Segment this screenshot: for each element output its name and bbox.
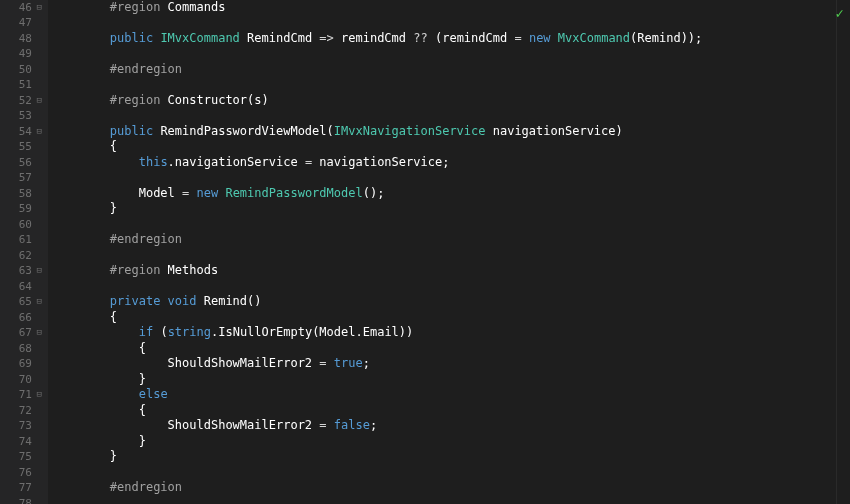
code-line[interactable] [52, 465, 836, 481]
fold-icon[interactable]: ⊟ [34, 296, 42, 308]
line-number-text: 55 [19, 140, 32, 154]
code-line[interactable] [52, 47, 836, 63]
code-line[interactable]: { [52, 403, 836, 419]
code-token: new [197, 186, 226, 202]
line-number[interactable]: 60 [10, 217, 42, 233]
line-number-text: 63 [19, 264, 32, 278]
code-area[interactable]: #region Commands public IMvxCommand Remi… [48, 0, 836, 504]
line-number[interactable]: 67⊟ [10, 326, 42, 342]
code-line[interactable]: #region Constructor(s) [52, 93, 836, 109]
line-number[interactable]: 47 [10, 16, 42, 32]
line-number[interactable]: 66 [10, 310, 42, 326]
code-line[interactable]: } [52, 450, 836, 466]
line-number[interactable]: 50 [10, 62, 42, 78]
code-line[interactable]: else [52, 388, 836, 404]
fold-icon[interactable]: ⊟ [34, 327, 42, 339]
line-number[interactable]: 71⊟ [10, 388, 42, 404]
code-line[interactable]: #endregion [52, 233, 836, 249]
code-line[interactable]: } [52, 372, 836, 388]
line-number[interactable]: 69 [10, 357, 42, 373]
code-line[interactable]: } [52, 434, 836, 450]
code-line[interactable] [52, 217, 836, 233]
code-line[interactable] [52, 496, 836, 504]
fold-icon[interactable]: ⊟ [34, 265, 42, 277]
code-token: #endregion [110, 232, 182, 248]
code-line[interactable]: if (string.IsNullOrEmpty(Model.Email)) [52, 326, 836, 342]
code-line[interactable]: private void Remind() [52, 295, 836, 311]
line-number[interactable]: 59 [10, 202, 42, 218]
line-number[interactable]: 57 [10, 171, 42, 187]
code-line[interactable]: { [52, 341, 836, 357]
code-line[interactable]: ShouldShowMailError2 = true; [52, 357, 836, 373]
code-line[interactable]: #region Commands [52, 0, 836, 16]
code-token: Commands [160, 0, 225, 16]
line-number-text: 69 [19, 357, 32, 371]
line-number[interactable]: 55 [10, 140, 42, 156]
line-number-text: 78 [19, 497, 32, 504]
minimap[interactable] [836, 0, 850, 504]
line-number[interactable]: 75 [10, 450, 42, 466]
code-line[interactable] [52, 78, 836, 94]
line-number[interactable]: 61 [10, 233, 42, 249]
line-number[interactable]: 46⊟ [10, 0, 42, 16]
code-token: RemindPasswordModel [225, 186, 362, 202]
code-line[interactable]: { [52, 310, 836, 326]
line-number[interactable]: 62 [10, 248, 42, 264]
code-line[interactable]: { [52, 140, 836, 156]
code-line[interactable]: #endregion [52, 481, 836, 497]
code-editor[interactable]: 46⊟474849505152⊟5354⊟555657585960616263⊟… [0, 0, 850, 504]
code-token [52, 294, 110, 310]
line-number[interactable]: 77 [10, 481, 42, 497]
line-number[interactable]: 78 [10, 496, 42, 504]
line-number-text: 73 [19, 419, 32, 433]
line-number[interactable]: 56 [10, 155, 42, 171]
line-number[interactable]: 53 [10, 109, 42, 125]
code-token [52, 93, 110, 109]
line-number[interactable]: 64 [10, 279, 42, 295]
line-number[interactable]: 65⊟ [10, 295, 42, 311]
line-number[interactable]: 48 [10, 31, 42, 47]
code-token: { [52, 310, 117, 326]
line-number[interactable]: 63⊟ [10, 264, 42, 280]
code-token [327, 356, 334, 372]
fold-icon[interactable]: ⊟ [34, 126, 42, 138]
line-number[interactable]: 52⊟ [10, 93, 42, 109]
code-line[interactable]: public IMvxCommand RemindCmd => remindCm… [52, 31, 836, 47]
code-line[interactable] [52, 109, 836, 125]
code-line[interactable]: this.navigationService = navigationServi… [52, 155, 836, 171]
code-line[interactable]: } [52, 202, 836, 218]
line-number[interactable]: 49 [10, 47, 42, 63]
line-number[interactable]: 58 [10, 186, 42, 202]
code-token [52, 480, 110, 496]
code-line[interactable] [52, 16, 836, 32]
line-number-text: 51 [19, 78, 32, 92]
line-number[interactable]: 54⊟ [10, 124, 42, 140]
code-token: Constructor(s) [160, 93, 268, 109]
code-token: private [110, 294, 168, 310]
line-number[interactable]: 76 [10, 465, 42, 481]
code-token: ; [363, 356, 370, 372]
line-number-text: 57 [19, 171, 32, 185]
fold-icon[interactable]: ⊟ [34, 95, 42, 107]
line-number[interactable]: 73 [10, 419, 42, 435]
code-line[interactable]: Model = new RemindPasswordModel(); [52, 186, 836, 202]
line-number[interactable]: 68 [10, 341, 42, 357]
code-token: { [52, 403, 146, 419]
fold-icon[interactable]: ⊟ [34, 389, 42, 401]
code-line[interactable]: #region Methods [52, 264, 836, 280]
line-number-gutter[interactable]: 46⊟474849505152⊟5354⊟555657585960616263⊟… [0, 0, 48, 504]
line-number[interactable]: 70 [10, 372, 42, 388]
code-line[interactable] [52, 279, 836, 295]
code-line[interactable]: public RemindPasswordViewModel(IMvxNavig… [52, 124, 836, 140]
code-line[interactable] [52, 171, 836, 187]
code-token: this [139, 155, 168, 171]
line-number-text: 62 [19, 249, 32, 263]
code-line[interactable]: #endregion [52, 62, 836, 78]
code-line[interactable] [52, 248, 836, 264]
line-number[interactable]: 72 [10, 403, 42, 419]
line-number[interactable]: 74 [10, 434, 42, 450]
line-number[interactable]: 51 [10, 78, 42, 94]
fold-icon[interactable]: ⊟ [34, 2, 42, 14]
code-line[interactable]: ShouldShowMailError2 = false; [52, 419, 836, 435]
line-number-text: 64 [19, 280, 32, 294]
